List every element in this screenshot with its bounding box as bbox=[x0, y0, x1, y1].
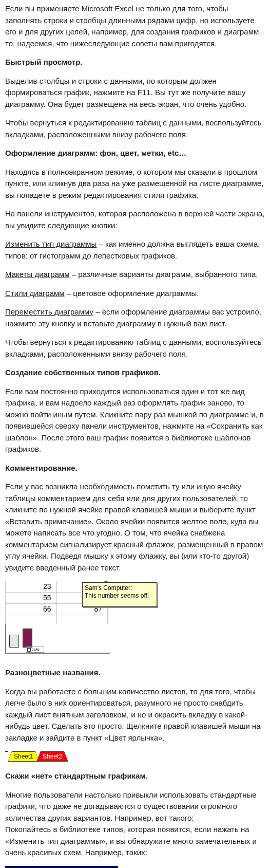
sheet-tab-2[interactable]: Sheet2 bbox=[37, 752, 68, 761]
commenting-p: Если у вас возникла необходимость помети… bbox=[5, 481, 265, 574]
change-chart-type-label: Изменить тип диаграммы bbox=[5, 239, 97, 248]
heading-colored-tabs: Разноцветные названия. bbox=[5, 667, 265, 679]
heading-styling: Оформление диаграмм: фон, цвет, метки, e… bbox=[5, 147, 265, 159]
cell-a1: 23 bbox=[6, 581, 57, 593]
heading-quick-view: Быстрый просмотр. bbox=[5, 57, 265, 68]
heading-custom-types: Создание собственных типов графиков. bbox=[5, 367, 265, 379]
chart-layouts-label: Макеты диаграмм bbox=[5, 270, 70, 279]
custom-types-p: Если вам постоянно приходится использова… bbox=[5, 386, 265, 455]
styling-p2: На панели инструментов, которая располож… bbox=[5, 208, 265, 231]
styling-p3: Чтобы вернуться к редактированию таблиц … bbox=[5, 337, 265, 360]
quick-view-p2: Чтобы вернуться к редактированию таблиц … bbox=[5, 117, 265, 140]
heading-commenting: Комментирование. bbox=[5, 463, 265, 474]
intro-text: Если вы применяете Microsoft Excel не то… bbox=[5, 3, 265, 49]
heading-no-standard: Скажи «нет» стандартным графикам. bbox=[5, 770, 265, 782]
styling-btn2: Макеты диаграмм – различные варианты диа… bbox=[5, 269, 265, 281]
cell-comment-tooltip: Sam's Computer: This number seems off! bbox=[82, 582, 157, 607]
styling-btn1: Изменить тип диаграммы – как именно долж… bbox=[5, 238, 265, 262]
styling-p1: Находясь в полноэкранном режиме, о котор… bbox=[5, 167, 265, 201]
no-standard-p2: Покопайтесь в библиотеке типов, которая … bbox=[5, 824, 265, 859]
comment-author: Sam's Computer: bbox=[85, 584, 155, 592]
comment-text: This number seems off! bbox=[85, 592, 155, 600]
move-chart-label: Переместить диаграмму bbox=[5, 307, 93, 316]
chart-styles-label: Стили диаграмм bbox=[5, 289, 65, 298]
mini-legend: cake bbox=[26, 647, 44, 653]
cell-a3: 66 bbox=[6, 604, 57, 615]
no-standard-p1: Многие пользователи настолько привыкли и… bbox=[5, 789, 265, 824]
mini-bar-chart bbox=[9, 629, 32, 648]
sheet-tab-1[interactable]: Sheet1 bbox=[8, 752, 39, 761]
styling-btn3: Стили диаграмм – цветовое оформление диа… bbox=[5, 288, 265, 300]
colored-tabs-p: Когда вы работаете с большим количество … bbox=[5, 686, 265, 744]
illustration-3d-pie-chart: 1 2 3 bbox=[5, 866, 118, 869]
quick-view-p1: Выделив столбцы и строки с данными, по к… bbox=[5, 76, 265, 110]
cell-a2: 55 bbox=[6, 593, 57, 604]
styling-btn4: Переместить диаграмму – если оформление … bbox=[5, 306, 265, 329]
illustration-excel-comment: 2378 5599 6687 cake Sam's Computer: This… bbox=[5, 581, 159, 658]
illustration-sheet-tabs: Sheet1 Sheet2 bbox=[5, 751, 265, 761]
